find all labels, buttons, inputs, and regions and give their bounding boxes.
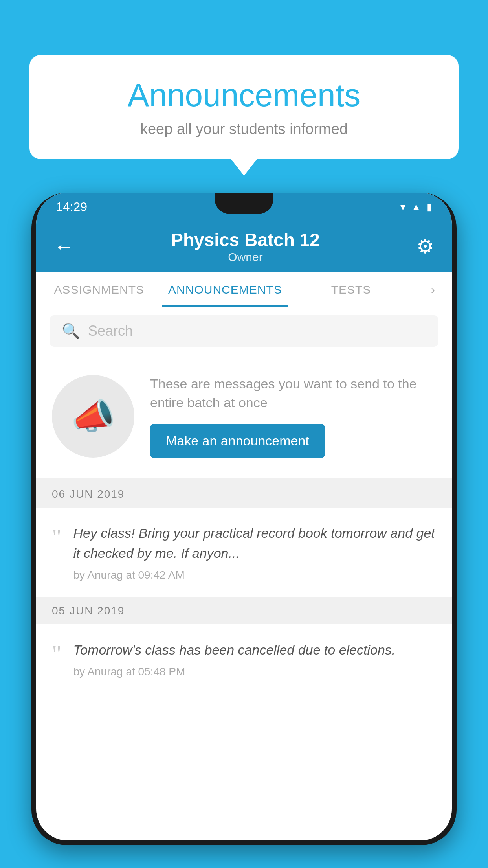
phone-screen: 14:29 ▾ ▲ ▮ ← Physics Batch 12 Owner ⚙ [36, 193, 452, 840]
announcement-meta-1: by Anurag at 09:42 AM [73, 569, 437, 581]
announcement-meta-2: by Anurag at 05:48 PM [73, 666, 437, 678]
quote-icon-1: " [52, 525, 62, 581]
wifi-icon: ▾ [400, 201, 405, 213]
make-announcement-button[interactable]: Make an announcement [150, 424, 325, 458]
announcement-intro: 📣 These are messages you want to send to… [36, 355, 452, 481]
tab-announcements[interactable]: ANNOUNCEMENTS [162, 272, 288, 307]
header-subtitle: Owner [171, 250, 319, 264]
announcement-item-1: " Hey class! Bring your practical record… [36, 508, 452, 598]
bubble-subtitle: keep all your students informed [57, 121, 431, 138]
announcement-description: These are messages you want to send to t… [150, 375, 436, 412]
announcement-text-1: Hey class! Bring your practical record b… [73, 523, 437, 563]
announcement-text-2: Tomorrow's class has been cancelled due … [73, 640, 437, 660]
quote-icon-2: " [52, 642, 62, 678]
tab-tests[interactable]: TESTS [288, 272, 414, 307]
announcement-right: These are messages you want to send to t… [150, 375, 436, 458]
battery-icon: ▮ [427, 201, 432, 213]
speech-bubble-section: Announcements keep all your students inf… [29, 55, 459, 159]
status-bar: 14:29 ▾ ▲ ▮ [36, 193, 452, 221]
app-header: ← Physics Batch 12 Owner ⚙ [36, 221, 452, 272]
search-bar[interactable]: 🔍 Search [50, 315, 438, 347]
status-time: 14:29 [56, 200, 87, 214]
settings-icon[interactable]: ⚙ [416, 235, 434, 258]
header-center: Physics Batch 12 Owner [171, 229, 319, 264]
bubble-title: Announcements [57, 77, 431, 114]
status-icons: ▾ ▲ ▮ [400, 201, 432, 213]
announcement-content-1: Hey class! Bring your practical record b… [73, 523, 437, 581]
tabs-bar: ASSIGNMENTS ANNOUNCEMENTS TESTS › [36, 272, 452, 307]
notch [215, 193, 273, 214]
tab-assignments[interactable]: ASSIGNMENTS [36, 272, 162, 307]
signal-icon: ▲ [411, 201, 421, 213]
announcement-item-2: " Tomorrow's class has been cancelled du… [36, 624, 452, 694]
search-icon: 🔍 [62, 322, 80, 340]
date-separator-2: 05 JUN 2019 [36, 598, 452, 624]
phone-frame: 14:29 ▾ ▲ ▮ ← Physics Batch 12 Owner ⚙ [31, 193, 457, 845]
phone-container: 14:29 ▾ ▲ ▮ ← Physics Batch 12 Owner ⚙ [31, 193, 457, 868]
announcement-content-2: Tomorrow's class has been cancelled due … [73, 640, 437, 678]
search-container: 🔍 Search [36, 307, 452, 355]
header-title: Physics Batch 12 [171, 229, 319, 250]
back-button[interactable]: ← [54, 235, 74, 258]
tab-more[interactable]: › [414, 272, 452, 307]
search-placeholder: Search [88, 323, 133, 339]
megaphone-circle: 📣 [52, 375, 134, 458]
date-separator-1: 06 JUN 2019 [36, 481, 452, 508]
megaphone-icon: 📣 [71, 396, 115, 437]
speech-bubble: Announcements keep all your students inf… [29, 55, 459, 159]
